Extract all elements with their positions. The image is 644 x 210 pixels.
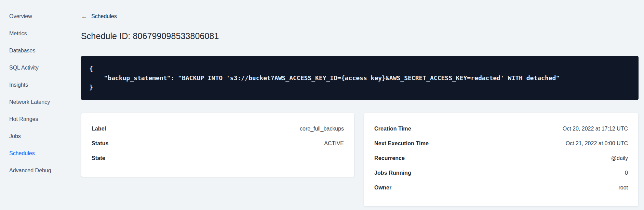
detail-label: Next Execution Time [374, 140, 429, 147]
code-line: "backup_statement": "BACKUP INTO 's3://b… [89, 73, 630, 83]
detail-label: Jobs Running [374, 170, 411, 176]
detail-label: State [92, 155, 105, 161]
sidebar-item-overview[interactable]: Overview [0, 8, 68, 25]
schedule-definition-code-block: { "backup_statement": "BACKUP INTO 's3:/… [81, 56, 639, 100]
detail-row-next-execution-time: Next Execution Time Oct 21, 2022 at 0:00… [374, 136, 628, 151]
detail-label: Label [92, 126, 106, 132]
detail-row-creation-time: Creation Time Oct 20, 2022 at 17:12 UTC [374, 121, 628, 136]
code-line: } [89, 83, 630, 92]
detail-value: Oct 21, 2022 at 0:00 UTC [566, 140, 628, 147]
sidebar-item-hot-ranges[interactable]: Hot Ranges [0, 111, 68, 128]
detail-value: @daily [611, 155, 628, 161]
detail-value: core_full_backups [300, 126, 344, 132]
back-link-label: Schedules [91, 13, 117, 20]
detail-value: ACTIVE [324, 140, 344, 147]
main-content: ← Schedules Schedule ID: 806799098533806… [81, 0, 639, 207]
back-arrow-icon: ← [81, 13, 88, 20]
detail-row-jobs-running: Jobs Running 0 [374, 165, 628, 180]
detail-value: Oct 20, 2022 at 17:12 UTC [563, 126, 628, 132]
schedule-status-card: Label core_full_backups Status ACTIVE St… [81, 113, 354, 177]
sidebar-item-schedules[interactable]: Schedules [0, 145, 68, 162]
detail-label: Recurrence [374, 155, 405, 161]
detail-row-recurrence: Recurrence @daily [374, 151, 628, 165]
sidebar-item-metrics[interactable]: Metrics [0, 25, 68, 42]
sidebar-item-jobs[interactable]: Jobs [0, 128, 68, 145]
detail-row-state: State [92, 151, 344, 165]
detail-label: Creation Time [374, 126, 411, 132]
sidebar-item-insights[interactable]: Insights [0, 76, 68, 94]
detail-row-label: Label core_full_backups [92, 121, 344, 136]
sidebar-item-sql-activity[interactable]: SQL Activity [0, 59, 68, 76]
detail-value: 0 [625, 170, 628, 176]
detail-label: Owner [374, 185, 391, 191]
detail-label: Status [92, 140, 109, 147]
detail-row-owner: Owner root [374, 180, 628, 195]
sidebar-item-databases[interactable]: Databases [0, 42, 68, 59]
page-title: Schedule ID: 806799098533806081 [81, 30, 639, 42]
schedule-timing-card: Creation Time Oct 20, 2022 at 17:12 UTC … [364, 113, 639, 207]
sidebar-item-advanced-debug[interactable]: Advanced Debug [0, 162, 68, 179]
back-to-schedules-link[interactable]: ← Schedules [81, 12, 117, 21]
code-line: { [89, 64, 630, 73]
sidebar-item-network-latency[interactable]: Network Latency [0, 94, 68, 111]
detail-cards-row: Label core_full_backups Status ACTIVE St… [81, 113, 639, 207]
detail-value: root [618, 185, 628, 191]
detail-row-status: Status ACTIVE [92, 136, 344, 151]
sidebar: Overview Metrics Databases SQL Activity … [0, 0, 68, 210]
